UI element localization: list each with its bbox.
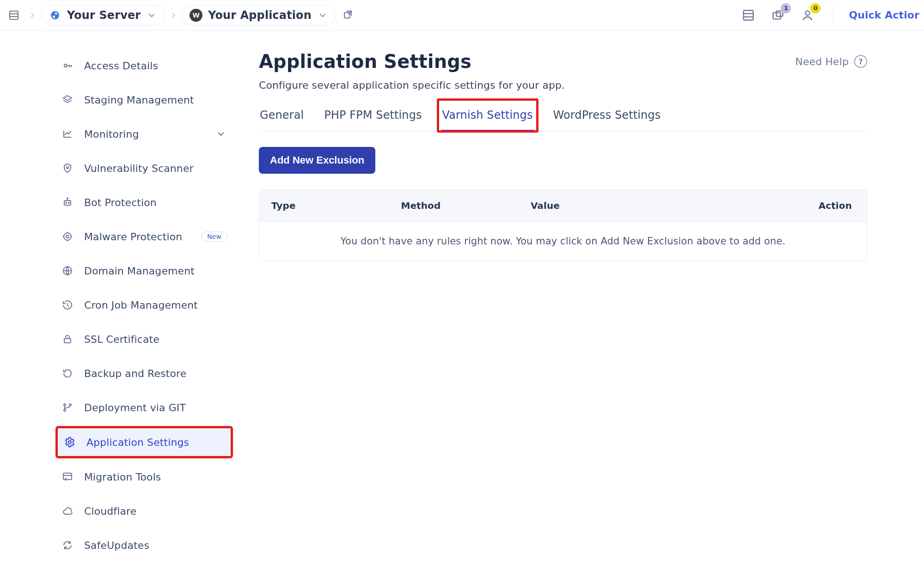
cloud-icon [61,505,74,517]
grid-icon[interactable] [4,5,24,25]
tab-wordpress-settings[interactable]: WordPress Settings [552,102,662,131]
sidebar-item-label: SSL Certificate [84,334,159,345]
gear-icon [63,437,76,448]
th-type: Type [271,200,401,211]
tabs: General PHP FPM Settings Varnish Setting… [259,102,867,131]
sidebar-item-cron-job-management[interactable]: Cron Job Management [55,291,233,319]
page-subtitle: Configure several application specific s… [259,79,867,91]
svg-rect-20 [64,339,71,343]
table-header: Type Method Value Action [259,190,867,221]
sidebar-item-label: Malware Protection [84,231,182,243]
sidebar-item-label: Migration Tools [84,471,161,483]
chart-icon [61,128,74,140]
projects-badge: 1 [781,3,791,13]
refresh-icon [61,540,74,551]
svg-point-9 [806,11,810,15]
tab-varnish-settings[interactable]: Varnish Settings [441,102,534,131]
projects-icon[interactable]: 1 [769,6,787,24]
svg-point-10 [64,64,67,67]
account-badge: 0 [810,3,820,13]
sidebar-item-migration-tools[interactable]: Migration Tools [55,463,233,491]
sidebar-item-label: Domain Management [84,265,195,277]
svg-rect-0 [10,11,18,19]
chevron-down-icon [317,10,328,21]
new-badge: New [201,231,227,242]
add-new-exclusion-button[interactable]: Add New Exclusion [259,147,375,174]
sidebar-item-bot-protection[interactable]: Bot Protection [55,189,233,216]
open-external-icon[interactable] [340,7,356,24]
svg-point-22 [64,409,66,411]
robot-icon [61,197,74,208]
server-name: Your Server [67,9,141,22]
sidebar-item-label: Cloudflare [84,505,136,517]
sidebar: Access Details Staging Management Monito… [0,30,240,578]
server-crumb[interactable]: Your Server [41,5,165,25]
sidebar-item-vulnerability-scanner[interactable]: Vulnerability Scanner [55,154,233,182]
sidebar-item-label: Deployment via GIT [84,402,186,414]
breadcrumb: Your Server W Your Application [4,5,356,25]
highlight-frame-sidebar: Application Settings [55,426,233,458]
sidebar-item-ssl-certificate[interactable]: SSL Certificate [55,325,233,353]
globe-icon [61,265,74,276]
sidebar-item-label: Backup and Restore [84,368,186,379]
need-help[interactable]: Need Help ? [795,55,867,68]
toolbar: Add New Exclusion [259,147,867,174]
server-provider-icon [49,9,61,22]
target-icon [61,231,74,242]
sidebar-item-deployment-via-git[interactable]: Deployment via GIT [55,394,233,421]
sidebar-item-label: Monitoring [84,128,139,140]
sidebar-item-monitoring[interactable]: Monitoring [55,120,233,148]
svg-point-14 [66,202,67,203]
sidebar-item-backup-and-restore[interactable]: Backup and Restore [55,359,233,387]
chevron-down-icon [146,10,157,21]
exclusions-table: Type Method Value Action You don't have … [259,189,867,261]
help-icon: ? [854,55,867,68]
history-icon [61,299,74,310]
list-icon[interactable] [739,6,758,24]
table-empty-message: You don't have any rules right now. You … [259,221,867,261]
sidebar-item-label: Cron Job Management [84,299,198,311]
sidebar-item-access-details[interactable]: Access Details [55,52,233,79]
sidebar-item-safeupdates[interactable]: SafeUpdates [55,531,233,559]
th-method: Method [401,200,530,211]
svg-rect-25 [63,473,72,480]
sidebar-item-label: SafeUpdates [84,540,149,551]
sidebar-item-domain-management[interactable]: Domain Management [55,257,233,285]
page: Access Details Staging Management Monito… [0,30,924,578]
app-crumb[interactable]: W Your Application [182,5,336,25]
shield-scan-icon [61,163,74,174]
need-help-label: Need Help [795,56,849,67]
sidebar-item-application-settings[interactable]: Application Settings [58,428,231,456]
svg-point-24 [68,441,71,444]
layers-icon [61,94,74,105]
sidebar-item-label: Staging Management [84,94,194,106]
sidebar-item-label: Bot Protection [84,197,157,208]
sidebar-item-staging-management[interactable]: Staging Management [55,86,233,114]
svg-point-21 [64,404,66,406]
page-title: Application Settings [259,51,471,72]
git-branch-icon [61,402,74,413]
sidebar-item-label: Application Settings [86,437,189,448]
svg-marker-11 [63,96,72,100]
svg-point-12 [67,167,68,169]
svg-point-17 [64,233,71,240]
th-value: Value [531,200,747,211]
account-icon[interactable]: 0 [798,6,817,24]
sidebar-item-label: Access Details [84,60,158,72]
lock-icon [61,334,74,345]
sidebar-item-malware-protection[interactable]: Malware Protection New [55,223,233,250]
svg-point-15 [68,202,69,203]
quick-action[interactable]: Quick Actior [849,9,919,21]
sidebar-item-cloudflare[interactable]: Cloudflare [55,497,233,525]
tab-general[interactable]: General [259,102,305,131]
chevron-right-icon [28,10,37,21]
svg-rect-4 [744,10,753,20]
restore-icon [61,368,74,379]
th-action: Action [747,200,855,211]
svg-point-23 [69,404,71,406]
topbar: Your Server W Your Application 1 [0,0,924,30]
chevron-right-icon [169,10,178,21]
divider [832,6,833,24]
tab-php-fpm-settings[interactable]: PHP FPM Settings [323,102,422,131]
main-content: Application Settings Need Help ? Configu… [240,30,897,280]
